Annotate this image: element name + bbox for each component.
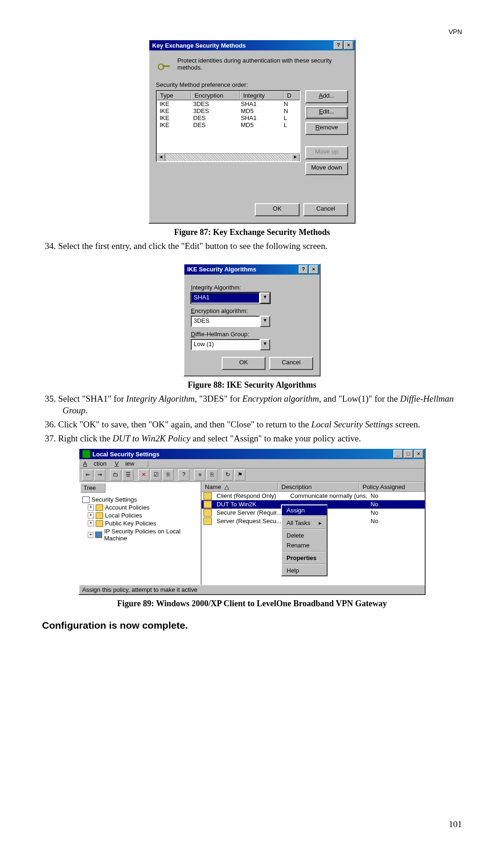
window-title: Local Security Settings [92,451,160,458]
tree-tab[interactable]: Tree [80,483,105,493]
tree-item[interactable]: +Public Key Policies [82,519,198,527]
chevron-down-icon[interactable]: ▼ [260,316,270,327]
col-type[interactable]: Type [157,91,191,100]
completion-text: Configuration is now complete. [42,620,462,631]
help-icon[interactable]: ? [334,41,343,50]
toolbar: ⇐ ⇒ 🗀 ☰ ✕ ☑ ⎘ ? ⎆ ⎘ ↻ ⚑ [79,468,425,482]
figure-88-caption: Figure 88: IKE Security Algorithms [42,380,462,390]
menu-view[interactable]: View [115,460,134,467]
move-down-button[interactable]: Move down [305,162,348,175]
dialog-titlebar: IKE Security Algorithms ? × [184,264,320,275]
step-37: 37. Right click the DUT to Win2K Policy … [42,433,462,445]
dialog-titlebar: Key Exchange Security Methods ? × [149,40,355,50]
dh-value: Low (1) [191,339,260,350]
col-name[interactable]: Name △ [202,482,278,492]
list-row[interactable]: IKE3DESSHA1N [157,100,300,107]
minimize-icon[interactable]: _ [393,450,403,458]
figure-87-caption: Figure 87: Key Exchange Security Methods [42,227,462,237]
policy-icon [203,501,212,508]
ctx-properties[interactable]: Properties [282,553,327,563]
properties-icon[interactable]: ☑ [150,469,161,481]
help-icon[interactable]: ? [299,265,308,274]
close-icon[interactable]: × [309,265,318,274]
ctx-delete[interactable]: Delete [282,531,327,540]
policy-icon [203,492,212,500]
window-titlebar: Local Security Settings _ □ × [79,449,425,459]
local-security-settings-window: Local Security Settings _ □ × Action Vie… [78,448,426,595]
close-icon[interactable]: × [344,41,353,50]
help-icon[interactable]: ? [178,469,189,481]
col-description[interactable]: Description [278,482,359,492]
scroll-left-icon[interactable]: ◄ [157,154,165,162]
list-row[interactable]: IKE3DESMD5N [157,107,300,114]
scrollbar-horizontal[interactable]: ◄ ► [157,153,300,161]
show-icon[interactable]: ☰ [122,469,133,481]
cancel-button[interactable]: Cancel [303,203,348,216]
ike-dialog: IKE Security Algorithms ? × Integrity Al… [183,263,321,376]
encryption-combo[interactable]: 3DES ▼ [191,316,270,327]
ctx-help[interactable]: Help [282,566,327,575]
export-icon[interactable]: ⎘ [162,469,174,481]
dh-combo[interactable]: Low (1) ▼ [191,339,270,350]
preference-order-label: Security Method preference order: [156,81,348,88]
page-header-right: VPN [448,28,462,35]
maximize-icon[interactable]: □ [404,450,413,458]
app-icon [82,450,91,458]
remove-button[interactable]: Remove [305,122,348,135]
ok-button[interactable]: OK [222,357,266,370]
tree-root[interactable]: Security Settings [82,496,198,504]
tree-item[interactable]: +IP Security Policies on Local Machine [82,527,198,542]
tree-item[interactable]: +Account Policies [82,504,198,511]
policy-add-icon[interactable]: ⎆ [194,469,205,481]
policy-icon [203,509,212,517]
tree-item[interactable]: +Local Policies [82,511,198,519]
menubar[interactable]: Action View | [79,459,425,468]
col-integrity[interactable]: Integrity [240,91,284,100]
back-icon[interactable]: ⇐ [82,469,93,481]
list-row[interactable]: IKEDESSHA1L [157,114,300,121]
col-policy-assigned[interactable]: Policy Assigned [359,482,425,492]
chevron-down-icon[interactable]: ▼ [260,339,270,350]
status-bar: Assign this policy, attempt to make it a… [79,585,425,594]
dialog-intro-text: Protect identities during authentication… [177,57,348,73]
move-up-button: Move up [305,146,348,159]
methods-listbox[interactable]: Type Encryption Integrity D IKE3DESSHA1N… [156,90,301,162]
list-row[interactable]: IKEDESMD5L [157,121,300,128]
step-36: 36. Click "OK" to save, then "OK" again,… [42,418,462,431]
ctx-all-tasks[interactable]: All Tasks [282,518,327,528]
policy-assign-icon[interactable]: ⎘ [206,469,217,481]
integrity-combo[interactable]: SHA1 ▼ [191,292,270,304]
details-pane: Name △ Description Policy Assigned Clien… [202,482,425,585]
encryption-label: Encryption algorithm: [191,307,313,314]
figure-89-caption: Figure 89: Windows 2000/XP Client to Lev… [42,599,462,609]
menu-action[interactable]: Action [83,460,106,467]
close-icon[interactable]: × [414,450,423,458]
dialog-title: Key Exchange Security Methods [152,42,246,49]
ctx-rename[interactable]: Rename [282,540,327,550]
key-icon [156,57,171,73]
refresh-icon[interactable]: ↻ [222,469,233,481]
tree-pane[interactable]: Tree Security Settings +Account Policies… [79,482,202,585]
integrity-value: SHA1 [191,292,260,304]
dh-label: Diffie-Hellman Group: [191,331,313,338]
page-number: 101 [449,819,462,830]
step-35: 35. Select "SHA1" for Integrity Algorith… [42,393,462,417]
key-exchange-dialog: Key Exchange Security Methods ? × Protec… [148,39,356,224]
col-encryption[interactable]: Encryption [191,91,240,100]
forward-icon[interactable]: ⇒ [94,469,105,481]
add-button[interactable]: Add... [305,90,348,103]
up-folder-icon[interactable]: 🗀 [110,469,121,481]
policy-row[interactable]: Client (Respond Only)Communicate normall… [202,492,425,500]
delete-icon[interactable]: ✕ [138,469,149,481]
filter-icon[interactable]: ⚑ [234,469,245,481]
cancel-button[interactable]: Cancel [269,357,313,370]
integrity-label: Integrity Algorithm: [191,284,313,291]
ctx-assign[interactable]: Assign [282,505,327,515]
col-extra[interactable]: D [284,91,300,100]
scroll-right-icon[interactable]: ► [291,154,300,162]
ok-button[interactable]: OK [255,203,300,216]
context-menu[interactable]: Assign All Tasks Delete Rename Propertie… [281,504,328,576]
edit-button[interactable]: Edit... [305,106,348,119]
chevron-down-icon[interactable]: ▼ [260,292,270,304]
dialog-title: IKE Security Algorithms [187,266,256,273]
